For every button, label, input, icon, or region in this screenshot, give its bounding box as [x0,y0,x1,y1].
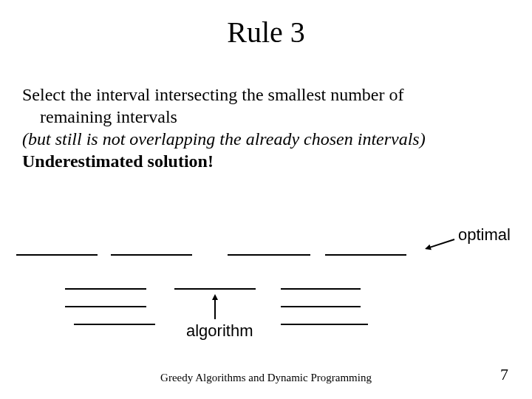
interval-bar [174,288,256,290]
interval-bar [281,288,361,290]
interval-bar [65,306,146,307]
interval-bar [74,324,155,325]
interval-bar [111,254,192,256]
body-line-1a: Select the interval intersecting the sma… [22,85,404,104]
arrow-algorithm [214,296,216,319]
label-algorithm: algorithm [186,321,253,341]
interval-bar [281,306,361,307]
slide-title: Rule 3 [0,15,532,50]
page-number: 7 [500,365,508,384]
body-line-2: (but still is not overlapping the alread… [22,129,426,149]
interval-bar [228,254,310,256]
arrow-optimal [426,239,455,249]
body-line-1b: remaining intervals [22,106,510,128]
body-line-3: Underestimated solution! [22,151,214,171]
interval-bar [281,324,368,325]
label-optimal: optimal [458,225,511,245]
footer-title: Greedy Algorithms and Dynamic Programmin… [0,372,532,384]
slide-body: Select the interval intersecting the sma… [22,83,510,172]
interval-bar [325,254,406,256]
interval-bar [16,254,98,256]
interval-bar [65,288,146,290]
slide: Rule 3 Select the interval intersecting … [0,0,532,399]
